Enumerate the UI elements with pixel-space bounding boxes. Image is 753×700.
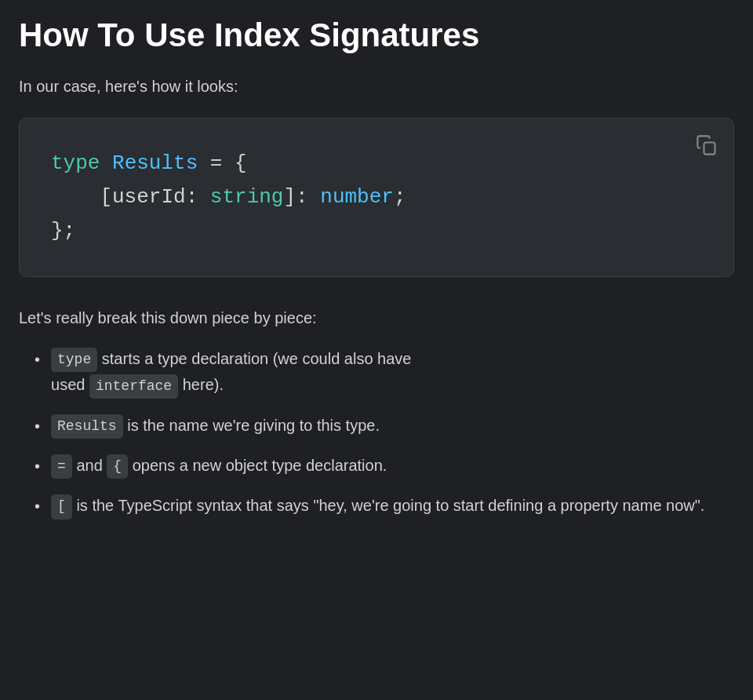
code-type-name: Results	[112, 151, 198, 175]
inline-code-results: Results	[51, 414, 123, 439]
bullet-equals-text: opens a new object type declaration.	[133, 457, 387, 474]
bullet-item-bracket: [ is the TypeScript syntax that says "he…	[35, 493, 734, 519]
inline-code-brace: {	[107, 454, 128, 479]
bullet-bracket-content: [ is the TypeScript syntax that says "he…	[51, 493, 734, 519]
svg-rect-0	[704, 143, 715, 155]
breakdown-intro: Let's really break this down piece by pi…	[19, 305, 734, 330]
code-block: type Results = { [userId: string]: numbe…	[19, 118, 734, 277]
bullet-results-content: Results is the name we're giving to this…	[51, 413, 734, 439]
bullet-results-text: is the name we're giving to this type.	[127, 417, 380, 434]
code-content: type Results = { [userId: string]: numbe…	[51, 147, 702, 248]
copy-icon[interactable]	[693, 131, 721, 159]
code-number-type: number	[320, 185, 394, 209]
inline-code-bracket: [	[51, 494, 72, 519]
bullet-and-text: and	[76, 457, 107, 474]
bullet-type-content: type starts a type declaration (we could…	[51, 346, 734, 399]
bullet-equals-content: = and { opens a new object type declarat…	[51, 453, 734, 479]
code-string-type: string	[210, 185, 284, 209]
code-closing-brace: };	[51, 219, 75, 242]
bullet-item-results: Results is the name we're giving to this…	[35, 413, 734, 439]
bullet-list: type starts a type declaration (we could…	[19, 346, 734, 520]
bullet-item-equals: = and { opens a new object type declarat…	[35, 453, 734, 479]
code-equals: = {	[198, 151, 246, 175]
code-type-keyword: type	[51, 151, 100, 175]
page-title: How To Use Index Signatures	[19, 16, 734, 55]
inline-code-interface: interface	[89, 374, 178, 399]
bullet-bracket-text: is the TypeScript syntax that says "hey,…	[76, 497, 704, 514]
inline-code-equals: =	[51, 454, 72, 479]
bullet-item-type: type starts a type declaration (we could…	[35, 346, 734, 399]
code-semicolon1: ;	[394, 185, 406, 209]
inline-code-type: type	[51, 348, 97, 372]
intro-text: In our case, here's how it looks:	[19, 74, 734, 99]
